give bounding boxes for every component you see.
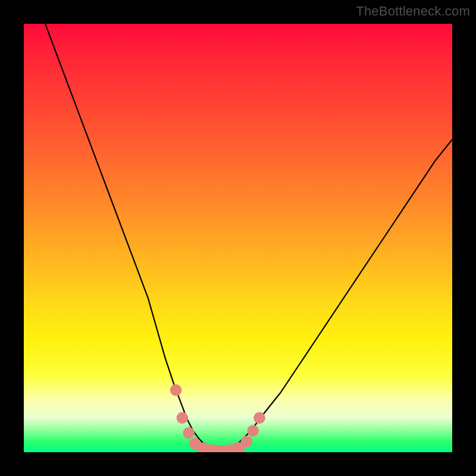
watermark-text: TheBottleneck.com	[356, 4, 470, 19]
marker-point	[183, 427, 195, 439]
marker-point	[170, 384, 182, 396]
marker-point	[177, 412, 189, 424]
plot-svg	[24, 24, 452, 452]
chart-frame: TheBottleneck.com	[0, 0, 476, 476]
marker-point	[241, 436, 253, 447]
plot-area	[24, 24, 452, 452]
marker-point	[247, 425, 259, 437]
bottleneck-curve	[45, 24, 452, 452]
marker-point	[253, 412, 265, 424]
highlighted-points	[170, 384, 265, 452]
